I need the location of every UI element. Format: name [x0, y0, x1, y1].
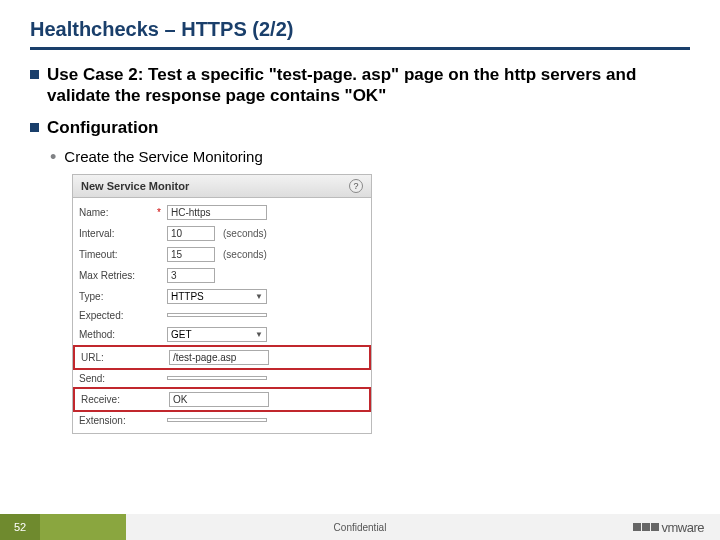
extension-field[interactable] [167, 418, 267, 422]
dialog-body: Name: * HC-https Interval: 10 (seconds) … [73, 198, 371, 433]
required-marker: * [155, 207, 163, 218]
receive-field[interactable]: OK [169, 392, 269, 407]
row-send: Send: [73, 370, 371, 387]
label-type: Type: [79, 291, 151, 302]
send-field[interactable] [167, 376, 267, 380]
row-extension: Extension: [73, 412, 371, 429]
confidential-label: Confidential [334, 522, 387, 533]
row-method: Method: GET ▼ [73, 324, 371, 345]
logo-boxes-icon [633, 523, 659, 531]
label-send: Send: [79, 373, 151, 384]
row-interval: Interval: 10 (seconds) [73, 223, 371, 244]
label-url: URL: [81, 352, 153, 363]
label-name: Name: [79, 207, 151, 218]
label-method: Method: [79, 329, 151, 340]
footer-accent [40, 514, 126, 540]
type-value: HTTPS [171, 291, 204, 302]
timeout-field[interactable]: 15 [167, 247, 215, 262]
row-url: URL: /test-page.asp [73, 345, 371, 370]
slide-footer: 52 Confidential vmware [0, 514, 720, 540]
expected-field[interactable] [167, 313, 267, 317]
label-timeout: Timeout: [79, 249, 151, 260]
bullet-usecase: Use Case 2: Test a specific "test-page. … [30, 64, 690, 107]
dialog-title: New Service Monitor [81, 180, 189, 192]
dot-bullet-icon: • [50, 148, 56, 166]
unit-interval: (seconds) [223, 228, 267, 239]
row-receive: Receive: OK [73, 387, 371, 412]
method-value: GET [171, 329, 192, 340]
chevron-down-icon: ▼ [255, 330, 263, 339]
help-icon[interactable]: ? [349, 179, 363, 193]
row-timeout: Timeout: 15 (seconds) [73, 244, 371, 265]
logo-text: vmware [661, 520, 704, 535]
square-bullet-icon [30, 123, 39, 132]
unit-timeout: (seconds) [223, 249, 267, 260]
row-type: Type: HTTPS ▼ [73, 286, 371, 307]
service-monitor-dialog: New Service Monitor ? Name: * HC-https I… [72, 174, 372, 434]
label-extension: Extension: [79, 415, 151, 426]
interval-field[interactable]: 10 [167, 226, 215, 241]
label-maxretries: Max Retries: [79, 270, 151, 281]
page-number: 52 [0, 514, 40, 540]
label-receive: Receive: [81, 394, 153, 405]
label-expected: Expected: [79, 310, 151, 321]
bullet-text: Configuration [47, 117, 158, 138]
row-expected: Expected: [73, 307, 371, 324]
url-field[interactable]: /test-page.asp [169, 350, 269, 365]
vmware-logo: vmware [633, 520, 704, 535]
chevron-down-icon: ▼ [255, 292, 263, 301]
method-select[interactable]: GET ▼ [167, 327, 267, 342]
dialog-header: New Service Monitor ? [73, 175, 371, 198]
label-interval: Interval: [79, 228, 151, 239]
bullet-configuration: Configuration [30, 117, 690, 138]
page-title: Healthchecks – HTTPS (2/2) [30, 18, 690, 41]
square-bullet-icon [30, 70, 39, 79]
title-underline [30, 47, 690, 50]
row-maxretries: Max Retries: 3 [73, 265, 371, 286]
row-name: Name: * HC-https [73, 202, 371, 223]
bullet-text: Use Case 2: Test a specific "test-page. … [47, 64, 690, 107]
type-select[interactable]: HTTPS ▼ [167, 289, 267, 304]
maxretries-field[interactable]: 3 [167, 268, 215, 283]
name-field[interactable]: HC-https [167, 205, 267, 220]
sub-bullet-text: Create the Service Monitoring [64, 148, 262, 166]
sub-bullet-create: • Create the Service Monitoring [50, 148, 690, 166]
